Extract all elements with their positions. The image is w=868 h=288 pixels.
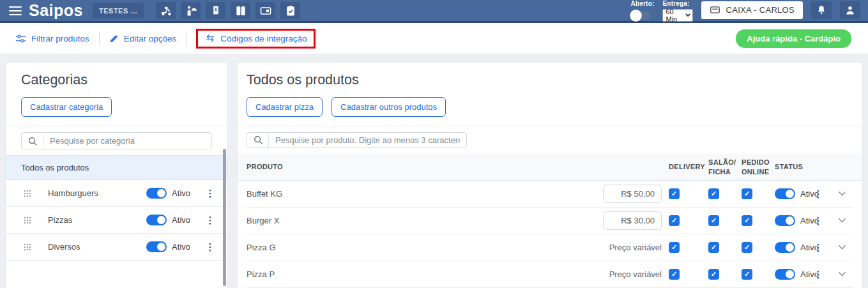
filter-products-button[interactable]: Filtrar produtos <box>15 34 89 43</box>
kebab-menu-icon[interactable]: ⋮ <box>203 188 217 199</box>
pedido-online-checkbox[interactable]: ✓ <box>742 188 752 199</box>
salao-ficha-checkbox[interactable]: ✓ <box>708 242 719 253</box>
category-active-toggle[interactable] <box>146 215 167 225</box>
delivery-checkbox[interactable]: ✓ <box>669 269 680 280</box>
category-name: Hamburguers <box>48 188 98 198</box>
check-icon: ✓ <box>744 270 750 278</box>
price-input[interactable] <box>603 185 662 203</box>
category-active-toggle[interactable] <box>146 188 167 199</box>
add-other-products-button[interactable]: Cadastrar outros produtos <box>331 97 446 117</box>
drag-handle-icon[interactable] <box>24 190 31 197</box>
product-active-toggle[interactable] <box>775 215 795 226</box>
category-row[interactable]: Hamburguers Ativo ⋮ <box>6 180 227 207</box>
waiter-icon[interactable] <box>181 2 201 19</box>
drag-handle-icon[interactable] <box>24 216 31 224</box>
receipt-order-icon[interactable]: $ <box>206 2 225 19</box>
pedido-online-checkbox[interactable]: ✓ <box>742 242 752 253</box>
integration-codes-button[interactable]: Códigos de integração <box>205 34 307 43</box>
product-active-toggle[interactable] <box>775 242 795 253</box>
category-status-label: Ativo <box>172 215 190 225</box>
delivery-checkbox[interactable]: ✓ <box>669 188 680 199</box>
open-toggle[interactable] <box>631 11 650 20</box>
tables-panels-icon[interactable] <box>231 2 250 19</box>
saipos-logo: Saipos <box>29 3 83 19</box>
products-table-body: Buffet KG ✓ ✓ ✓ Ativo ⋮ <box>238 181 862 288</box>
price-input[interactable] <box>603 211 662 230</box>
delivery-checkbox[interactable]: ✓ <box>669 242 680 253</box>
category-row[interactable]: Diversos Ativo ⋮ <box>6 234 227 261</box>
divider <box>186 32 187 45</box>
category-list: Hamburguers Ativo ⋮ Pizzas Ativo ⋮ <box>6 180 227 261</box>
cash-register-icon[interactable] <box>255 2 275 19</box>
salao-ficha-checkbox[interactable]: ✓ <box>708 269 719 280</box>
clipboard-check-icon[interactable] <box>280 2 300 19</box>
notifications-button[interactable] <box>811 1 832 19</box>
menu-icon[interactable] <box>9 6 22 15</box>
sidebar-scrollbar[interactable] <box>223 149 226 286</box>
store-selector-button[interactable]: TESTES ... <box>93 3 144 19</box>
delivery-time-select[interactable]: 60 Min <box>662 9 693 22</box>
divider <box>238 126 862 126</box>
filter-products-label: Filtrar produtos <box>31 34 89 43</box>
check-icon: ✓ <box>711 190 717 198</box>
category-active-toggle[interactable] <box>146 241 167 252</box>
edit-options-button[interactable]: Editar opções <box>109 34 177 43</box>
product-active-toggle[interactable] <box>775 188 795 199</box>
check-icon: ✓ <box>711 216 717 225</box>
price-variable-label: Preço variável <box>609 269 662 279</box>
cashier-button[interactable]: CAIXA - CARLOS <box>701 1 803 19</box>
product-search-input[interactable] <box>269 135 466 145</box>
expand-row-button[interactable] <box>830 218 853 224</box>
expand-row-button[interactable] <box>830 245 853 250</box>
add-category-button[interactable]: Cadastrar categoria <box>21 97 112 117</box>
col-delivery: DELIVERY <box>662 162 701 171</box>
filter-sliders-icon <box>15 34 26 43</box>
delivery-checkbox[interactable]: ✓ <box>669 215 680 226</box>
cashier-label: CAIXA - CARLOS <box>726 5 795 15</box>
delivery-scooter-icon[interactable] <box>156 2 176 19</box>
account-button[interactable] <box>840 1 860 19</box>
kebab-menu-icon[interactable]: ⋮ <box>811 269 825 280</box>
quick-help-button[interactable]: Ajuda rápida - Cardápio <box>736 29 851 48</box>
product-name: Pizza P <box>247 269 591 279</box>
add-pizza-button[interactable]: Cadastrar pizza <box>247 97 323 117</box>
category-row[interactable]: Pizzas Ativo ⋮ <box>6 207 227 234</box>
product-row: Pizza G Preço variável ✓ ✓ ✓ Ativo ⋮ <box>247 234 853 261</box>
page-toolbar: Filtrar produtos Editar opções Códigos d… <box>0 23 868 54</box>
pedido-online-checkbox[interactable]: ✓ <box>742 269 752 280</box>
product-name: Burger X <box>247 216 591 225</box>
products-table-header: PRODUTO DELIVERY SALÃO/ FICHA PEDIDO ONL… <box>238 154 862 181</box>
salao-ficha-checkbox[interactable]: ✓ <box>708 188 719 199</box>
col-salao-ficha: SALÃO/ FICHA <box>701 158 735 176</box>
svg-text:$: $ <box>214 7 217 12</box>
all-products-item[interactable]: Todos os produtos <box>6 155 227 180</box>
swap-arrows-icon <box>205 34 215 43</box>
product-name: Buffet KG <box>247 189 591 199</box>
expand-row-button[interactable] <box>830 271 853 277</box>
check-icon: ✓ <box>744 243 750 252</box>
kebab-menu-icon[interactable]: ⋮ <box>203 241 217 253</box>
category-search-input[interactable] <box>43 136 211 146</box>
drag-handle-icon[interactable] <box>24 243 31 251</box>
products-title: Todos os produtos <box>247 72 853 88</box>
check-icon: ✓ <box>711 270 717 278</box>
col-pedido-online: PEDIDO ONLINE <box>735 158 768 176</box>
products-panel: Todos os produtos Cadastrar pizza Cadast… <box>237 62 863 288</box>
search-icon <box>22 133 43 149</box>
kebab-menu-icon[interactable]: ⋮ <box>811 215 825 227</box>
expand-row-button[interactable] <box>830 191 853 197</box>
kebab-menu-icon[interactable]: ⋮ <box>811 188 825 200</box>
chevron-down-icon <box>838 245 846 250</box>
pedido-online-checkbox[interactable]: ✓ <box>742 215 752 226</box>
price-variable-label: Preço variável <box>609 243 662 252</box>
salao-ficha-checkbox[interactable]: ✓ <box>708 215 719 226</box>
content-area: Categorias Cadastrar categoria Todos os … <box>0 54 868 288</box>
pencil-icon <box>109 34 119 43</box>
kebab-menu-icon[interactable]: ⋮ <box>811 242 825 254</box>
product-active-toggle[interactable] <box>775 269 795 280</box>
cash-drawer-icon <box>710 5 720 15</box>
kebab-menu-icon[interactable]: ⋮ <box>203 215 217 226</box>
check-icon: ✓ <box>744 190 750 198</box>
category-status-label: Ativo <box>172 188 190 198</box>
bell-icon <box>816 4 827 16</box>
